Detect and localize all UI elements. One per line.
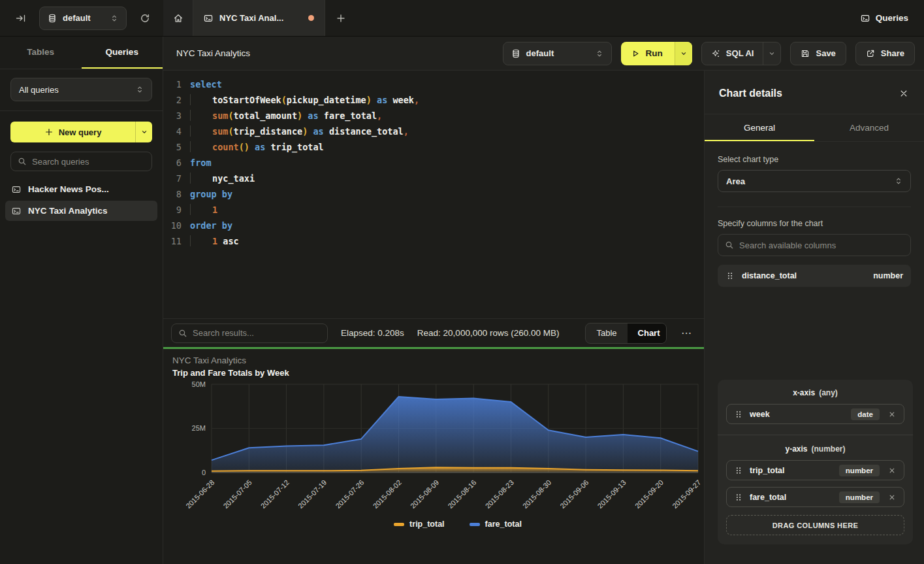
query-filter-select[interactable]: All queries xyxy=(10,78,152,101)
x-axis-column-row[interactable]: week date xyxy=(726,404,904,424)
database-selector[interactable]: default xyxy=(39,7,127,30)
results-toolbar: Elapsed: 0.208s Read: 20,000,000 rows (2… xyxy=(163,318,704,347)
queries-button[interactable]: Queries xyxy=(861,13,908,23)
new-tab-button[interactable] xyxy=(332,9,350,27)
tab-general[interactable]: General xyxy=(705,114,814,141)
close-icon xyxy=(899,89,908,98)
chart-type-select[interactable]: Area xyxy=(718,170,911,192)
new-query-dropdown[interactable] xyxy=(135,122,152,142)
query-search-input[interactable] xyxy=(32,157,145,167)
remove-icon xyxy=(887,466,897,475)
y-axis-title: y-axis(number) xyxy=(726,444,904,454)
available-column-pill[interactable]: distance_total number xyxy=(718,265,911,287)
new-query-label: New query xyxy=(59,127,102,137)
editor-column: 1select2toStartOfWeek(pickup_datetime) a… xyxy=(163,71,704,564)
indent-guide xyxy=(190,94,191,105)
query-list-item[interactable]: Hacker News Pos... xyxy=(5,179,157,199)
chart-details-panel: Chart details General Advanced Select ch… xyxy=(704,71,924,564)
y-axis-label: y-axis xyxy=(785,444,807,454)
drag-handle-icon[interactable] xyxy=(734,466,743,475)
x-axis-label: x-axis xyxy=(793,388,815,397)
axis-column-type-badge: number xyxy=(839,491,880,503)
line-number: 7 xyxy=(163,171,182,186)
refresh-button[interactable] xyxy=(136,9,154,27)
y-axis-column-row[interactable]: trip_total number xyxy=(726,460,904,480)
run-button[interactable]: Run xyxy=(621,42,692,65)
chevron-down-icon xyxy=(680,50,688,58)
query-list: Hacker News Pos... NYC Taxi Analytics xyxy=(0,179,163,221)
chart-title: NYC Taxi Analytics xyxy=(172,356,704,365)
tab-tables[interactable]: Tables xyxy=(0,37,82,69)
drag-handle-icon[interactable] xyxy=(734,493,743,502)
svg-text:2015-08-23: 2015-08-23 xyxy=(484,478,515,510)
svg-text:0: 0 xyxy=(202,469,206,476)
x-axis-title: x-axis(any) xyxy=(726,388,904,397)
axis-column-name: fare_total xyxy=(750,493,833,502)
plus-icon xyxy=(336,13,346,24)
code-line: 91 xyxy=(163,202,704,218)
tab-queries[interactable]: Queries xyxy=(82,37,163,69)
drop-zone[interactable]: DRAG COLUMNS HERE xyxy=(726,515,904,535)
code-text: 1 asc xyxy=(190,233,239,249)
remove-column-button[interactable] xyxy=(886,465,898,476)
svg-text:2015-09-13: 2015-09-13 xyxy=(596,478,628,510)
drag-handle-icon[interactable] xyxy=(725,271,735,280)
y-axis-column-row[interactable]: fare_total number xyxy=(726,487,904,507)
sql-editor[interactable]: 1select2toStartOfWeek(pickup_datetime) a… xyxy=(163,71,704,318)
home-tab-button[interactable] xyxy=(163,0,193,36)
sql-ai-dropdown[interactable] xyxy=(763,42,780,65)
run-dropdown[interactable] xyxy=(675,42,692,65)
content-area: NYC Taxi Analytics default Run xyxy=(163,37,924,564)
code-text: count() as trip_total xyxy=(190,139,324,155)
query-list-item-selected[interactable]: NYC Taxi Analytics xyxy=(5,201,157,221)
legend-swatch xyxy=(394,523,404,526)
view-toggle-chart[interactable]: Chart xyxy=(628,323,667,343)
legend-item[interactable]: fare_total xyxy=(470,520,522,529)
toolbar-database-selector[interactable]: default xyxy=(503,42,612,65)
remove-icon xyxy=(887,493,897,502)
indent-guide xyxy=(190,125,191,137)
remove-icon xyxy=(887,410,897,419)
save-button[interactable]: Save xyxy=(790,42,846,65)
drag-handle-icon[interactable] xyxy=(734,410,743,419)
line-number: 11 xyxy=(163,233,182,249)
tab-advanced[interactable]: Advanced xyxy=(814,114,924,141)
remove-column-button[interactable] xyxy=(886,491,898,503)
topbar-left: default xyxy=(0,0,163,36)
remove-column-button[interactable] xyxy=(886,408,898,420)
terminal-icon xyxy=(12,207,21,216)
sql-ai-button[interactable]: SQL AI xyxy=(701,42,782,65)
query-tab[interactable]: NYC Taxi Anal... xyxy=(193,0,325,36)
new-query-button[interactable]: New query xyxy=(10,122,152,142)
chart-type-value: Area xyxy=(726,176,745,186)
view-toggle-table[interactable]: Table xyxy=(586,323,627,343)
legend-label: trip_total xyxy=(409,520,444,529)
code-line: 6from xyxy=(163,155,704,171)
columns-search[interactable] xyxy=(718,234,911,256)
share-button[interactable]: Share xyxy=(855,42,915,65)
database-selector-value: default xyxy=(63,13,104,23)
query-search[interactable] xyxy=(10,152,152,171)
results-search-input[interactable] xyxy=(193,328,321,338)
toolbar-database-value: default xyxy=(526,48,590,58)
indent-guide xyxy=(190,141,191,152)
code-text: sum(trip_distance) as distance_total, xyxy=(190,124,409,139)
line-number: 4 xyxy=(163,124,182,139)
svg-text:2015-08-16: 2015-08-16 xyxy=(446,478,477,510)
columns-search-input[interactable] xyxy=(739,241,904,250)
code-line: 3sum(total_amount) as fare_total, xyxy=(163,108,704,124)
chevron-updown-icon xyxy=(110,14,118,22)
legend-item[interactable]: trip_total xyxy=(394,520,444,529)
code-line: 7nyc_taxi xyxy=(163,171,704,186)
save-icon xyxy=(801,49,810,58)
read-stat: Read: 20,000,000 rows (260.00 MB) xyxy=(417,328,560,338)
code-text: from xyxy=(190,155,212,171)
sql-console-app: default NYC Taxi Anal... Queries T xyxy=(0,0,924,564)
svg-text:2015-07-05: 2015-07-05 xyxy=(221,478,253,510)
line-number: 5 xyxy=(163,139,182,155)
more-options-icon[interactable]: ⋯ xyxy=(680,327,696,339)
results-search[interactable] xyxy=(171,323,328,343)
panel-close-button[interactable] xyxy=(898,88,910,99)
sidebar-collapse-button[interactable] xyxy=(12,9,30,27)
axis-column-name: week xyxy=(750,410,844,419)
